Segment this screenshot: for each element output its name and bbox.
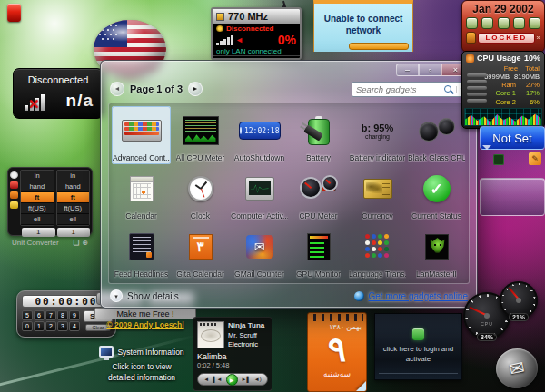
tool-icon-2[interactable] [481, 17, 493, 29]
timer-digit-7[interactable]: 7 [45, 310, 56, 320]
unit-option[interactable]: ft(US) [21, 203, 54, 214]
maximize-button[interactable]: ▫ [419, 64, 441, 76]
unit-option[interactable]: ell [57, 214, 90, 225]
timer-digit-0[interactable]: 0 [22, 321, 33, 331]
gadget-item-currency[interactable]: Currency [348, 164, 407, 222]
gadget-item-battery[interactable]: Battery [289, 106, 348, 164]
unit-wheel-right[interactable]: in hand ft ft(US) ell [56, 170, 91, 226]
get-more-gadgets-link[interactable]: Get more gadgets online [354, 291, 468, 301]
timer-digit-3[interactable]: 3 [57, 321, 68, 331]
unit-category-icons[interactable] [10, 170, 18, 226]
thermometer-icon[interactable] [10, 181, 18, 189]
gadget-item-battery-indicator[interactable]: b: 95%chargingBattery indicator [348, 106, 407, 164]
unit-converter-gadget[interactable]: in hand ft ft(US) ell in hand ft ft(US) … [7, 167, 93, 236]
unit-option[interactable]: ell [21, 214, 54, 225]
previous-button[interactable]: ▌◄ [213, 377, 222, 382]
desktop-red-icon[interactable] [7, 4, 21, 22]
tool-icon-3[interactable] [498, 17, 510, 29]
page-forward-button[interactable]: ► [188, 82, 203, 96]
tool-icon-5[interactable] [529, 17, 540, 29]
cpu-gauge-small[interactable]: 21% [500, 281, 538, 319]
make-me-free-button[interactable]: Make me Free ! [94, 308, 196, 319]
matrix-icon[interactable] [493, 154, 504, 165]
gadget-item-calendar[interactable]: Calendar [112, 164, 171, 222]
glass-panel-gadget[interactable] [480, 178, 545, 216]
unit-option[interactable]: in [21, 171, 54, 181]
timer-digit-9[interactable]: 9 [69, 310, 80, 320]
expand-chevron[interactable]: » [537, 34, 540, 42]
key-icon[interactable] [10, 172, 18, 179]
core1-value: 17% [521, 89, 540, 97]
network-status-gadget[interactable]: Disconnected ✕ n/a [13, 68, 104, 119]
search-input[interactable] [352, 84, 443, 94]
timer-digit-4[interactable]: 4 [69, 321, 80, 331]
gadget-item-gmail-counter[interactable]: ✉GMail Counter [230, 222, 289, 280]
monitor-icon[interactable] [99, 346, 114, 358]
media-player-gadget[interactable]: Ninja Tuna Mr. Scruff Electronic Kalimba… [193, 317, 272, 391]
timer-digit-pad[interactable]: 5 6 7 8 9 0 1 2 3 4 [22, 310, 80, 331]
minimize-button[interactable]: – [396, 64, 419, 76]
cpu-frequency-gadget[interactable]: 770 MHz Disconnected ◄ 0% only LAN conne… [211, 7, 302, 60]
rewind-button[interactable]: ◄ [203, 377, 209, 382]
gadget-item-cpu-meter[interactable]: CPU Meter [289, 164, 348, 222]
gadget-item-black-glass-cpu[interactable]: Black Glass CPU... [407, 106, 466, 164]
volume-button[interactable]: ◄) [254, 377, 262, 382]
timer-digit-6[interactable]: 6 [34, 310, 45, 320]
timer-digit-1[interactable]: 1 [34, 321, 45, 331]
player-controls[interactable]: ◄ ▌◄ ▶ ►▌ ◄) [197, 373, 268, 386]
gadget-item-feed-headlines[interactable]: Feed Headlines [112, 222, 171, 280]
page-back-button[interactable]: ◄ [110, 82, 124, 96]
date-label: Jan 29 2002 [466, 3, 540, 15]
cpu-usage-gadget[interactable]: CPU Usage 10% Free Total 5999MB 8190MB R… [461, 51, 545, 129]
not-set-button[interactable]: Not Set [480, 126, 545, 150]
pencil-icon[interactable]: ✎ [529, 152, 541, 165]
timer-digit-8[interactable]: 8 [57, 310, 68, 320]
persian-calendar-gadget[interactable]: بهمن ۱۳۸۰ ۹ سه‌شنبه [307, 312, 367, 392]
unit-wheel-left[interactable]: in hand ft ft(US) ell [20, 170, 54, 226]
login-gadget[interactable]: click here to login and activate [374, 313, 462, 380]
timer-digit-2[interactable]: 2 [45, 321, 56, 331]
unit-option[interactable]: ft(US) [57, 203, 90, 214]
gadget-item-clock[interactable]: Clock [171, 164, 230, 222]
timer-digit-5[interactable]: 5 [22, 310, 33, 320]
gadget-item-computer-activ[interactable]: Computer Activ... [230, 164, 289, 222]
tool-icon-4[interactable] [513, 17, 525, 29]
play-button[interactable]: ▶ [226, 374, 238, 386]
gadget-item-gpu-monitor[interactable]: GPU Monitor [289, 222, 348, 280]
unit-option[interactable]: in [57, 171, 90, 181]
date-lock-gadget[interactable]: Jan 29 2002 LOCKED » [461, 0, 545, 53]
copy-icon[interactable]: ❏ [73, 239, 79, 247]
persian-weekday: سه‌شنبه [308, 369, 366, 378]
antenna-icon [216, 25, 223, 32]
ruler-icon[interactable] [10, 191, 18, 199]
show-details-toggle[interactable]: ▾ Show details [110, 289, 179, 302]
tool-icon-1[interactable] [466, 17, 478, 29]
sticky-note-scrollbar[interactable] [349, 43, 409, 50]
next-button[interactable]: ►▌ [242, 377, 251, 382]
gadget-item-advanced-cont[interactable]: Advanced Cont... [112, 106, 171, 164]
copyright-link[interactable]: © 2009 Andy Loeschl [94, 320, 196, 329]
gadget-item-lanmasterii[interactable]: LanMasterII [407, 222, 466, 280]
gadget-item-autoshutdown[interactable]: 12:02:18AutoShutdown [230, 106, 289, 164]
search-box[interactable]: ▾ [352, 82, 468, 97]
gadget-item-all-cpu-meter[interactable]: All CPU Meter [171, 106, 230, 164]
page-curl[interactable] [356, 381, 366, 391]
unit-option[interactable]: hand [57, 181, 90, 192]
unit-value-right[interactable]: 1 [57, 228, 91, 237]
gadget-item-gita-calendar[interactable]: ۳Gita Calendar [171, 222, 230, 280]
unit-option[interactable]: hand [21, 181, 54, 192]
search-icon[interactable] [443, 84, 454, 95]
unit-option-selected[interactable]: ft [57, 192, 90, 203]
gadget-item-label: All CPU Meter [176, 153, 225, 162]
cheese-icon[interactable] [10, 201, 18, 209]
gadget-item-language-trans[interactable]: Language Trans... [348, 222, 407, 280]
gadget-item-current-status[interactable]: ✓Current Status [407, 164, 466, 222]
unit-option-selected[interactable]: ft [21, 192, 54, 203]
add-icon[interactable]: ⊕ [82, 239, 88, 247]
system-info-gadget[interactable]: System Information Click icon to view de… [89, 346, 194, 384]
locked-banner[interactable]: LOCKED [478, 33, 535, 44]
sticky-note-gadget[interactable]: Unable to connect network [313, 0, 413, 52]
login-text[interactable]: click here to login and activate [375, 344, 461, 364]
unit-value-left[interactable]: 1 [22, 228, 55, 237]
login-green-icon[interactable] [412, 328, 424, 340]
